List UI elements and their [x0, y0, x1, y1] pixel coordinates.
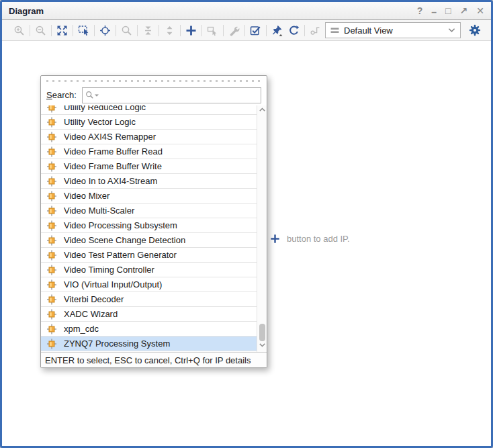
- pin-button[interactable]: [269, 22, 285, 38]
- popup-statusbar: ENTER to select, ESC to cancel, Ctrl+Q f…: [41, 352, 267, 367]
- chevron-down-icon: [448, 28, 455, 33]
- ip-list-item[interactable]: Video Scene Change Detection: [41, 233, 257, 248]
- window-title: Diagram: [9, 6, 44, 16]
- ip-list-item[interactable]: XADC Wizard: [41, 307, 257, 322]
- ip-list-item[interactable]: ZYNQ7 Processing System: [41, 337, 257, 351]
- toolbar-icons: [11, 22, 324, 38]
- ip-list-item-label: XADC Wizard: [64, 309, 118, 319]
- ip-list-item[interactable]: Video Multi-Scaler: [41, 204, 257, 218]
- ip-list-item[interactable]: Utility Reduced Logic: [41, 105, 257, 115]
- ip-list-item-label: Video Mixer: [64, 191, 109, 201]
- ip-list-item[interactable]: Video Test Pattern Generator: [41, 248, 257, 263]
- help-button[interactable]: ?: [417, 6, 423, 15]
- search-icon: [121, 25, 132, 36]
- toolbar-separator: [201, 25, 202, 36]
- zoom-in-button: [11, 22, 28, 38]
- regenerate-layout-button[interactable]: [285, 22, 302, 38]
- zoom-to-selection-button[interactable]: [75, 22, 92, 38]
- ip-list-item[interactable]: Video Mixer: [41, 189, 257, 204]
- maximize-button[interactable]: □: [445, 6, 451, 15]
- search-options-caret-icon[interactable]: [95, 94, 99, 97]
- regenerate-layout-icon: [288, 25, 300, 36]
- minimize-button[interactable]: –: [431, 7, 437, 17]
- search-icon: [85, 91, 94, 99]
- validate-design-icon: [250, 25, 261, 36]
- autofit-selection-button[interactable]: [97, 22, 114, 38]
- ip-list-item-label: Video Timing Controller: [64, 265, 154, 275]
- toolbar-separator: [244, 25, 245, 36]
- titlebar[interactable]: Diagram ?–□↗✕: [2, 2, 491, 20]
- ip-list: Utility Reduced Logic Utility Vector Log…: [41, 105, 267, 352]
- close-button[interactable]: ✕: [476, 6, 484, 15]
- scrollbar[interactable]: [257, 105, 267, 352]
- toolbar-separator: [266, 25, 267, 36]
- ip-list-item[interactable]: Video Frame Buffer Write: [41, 159, 257, 174]
- search-input[interactable]: [83, 88, 261, 103]
- ip-list-item-label: xpm_cdc: [64, 324, 99, 334]
- ip-list-item-label: Utility Reduced Logic: [64, 105, 146, 112]
- ip-list-item-label: Video Frame Buffer Write: [64, 161, 162, 171]
- collapse-hierarchy-button: [140, 22, 156, 38]
- zoom-to-selection-icon: [78, 25, 89, 36]
- zoom-fit-icon: [56, 25, 68, 36]
- zoom-fit-button[interactable]: [54, 22, 71, 38]
- ip-list-item-label: Video Frame Buffer Read: [64, 146, 163, 156]
- ip-list-item[interactable]: Utility Vector Logic: [41, 115, 257, 130]
- ip-list-item[interactable]: xpm_cdc: [41, 322, 257, 337]
- ip-list-item-label: Video Test Pattern Generator: [64, 250, 177, 260]
- zoom-out-button: [32, 22, 49, 38]
- settings-gear-button[interactable]: [467, 22, 483, 38]
- ip-list-item[interactable]: VIO (Virtual Input/Output): [41, 277, 257, 292]
- view-selector-dropdown[interactable]: Default View: [325, 22, 461, 38]
- add-ip-popup: Search: Utility Reduced Logic Utility Ve…: [40, 75, 267, 368]
- ip-list-item-label: Utility Vector Logic: [64, 117, 136, 127]
- popup-drag-handle[interactable]: [46, 77, 261, 85]
- toolbar-separator: [137, 25, 138, 36]
- add-ip-button[interactable]: [183, 22, 199, 38]
- ip-list-item[interactable]: Video AXI4S Remapper: [41, 130, 257, 144]
- ip-icon: [46, 132, 57, 142]
- toolbar-separator: [30, 25, 30, 36]
- ip-icon: [46, 250, 57, 261]
- ip-list-item[interactable]: Video Frame Buffer Read: [41, 144, 257, 159]
- add-ip-icon: [185, 25, 197, 36]
- scrollbar-thumb[interactable]: [259, 324, 265, 341]
- ip-icon: [46, 146, 57, 157]
- ip-list-item[interactable]: Video In to AXI4-Stream: [41, 174, 257, 189]
- gear-icon: [469, 24, 481, 36]
- ip-icon: [46, 161, 57, 172]
- scrollbar-up-icon[interactable]: [258, 107, 267, 115]
- ip-list-item-label: Video Processing Subsystem: [64, 220, 177, 230]
- ip-list-item[interactable]: Video Timing Controller: [41, 263, 257, 277]
- ip-icon: [46, 265, 57, 275]
- make-external-button: [204, 22, 221, 38]
- view-selector-value: Default View: [344, 26, 443, 36]
- toolbar-separator: [73, 25, 73, 36]
- ip-list-item-label: Video AXI4S Remapper: [64, 132, 156, 142]
- ip-icon: [46, 191, 57, 201]
- float-button[interactable]: ↗: [460, 6, 468, 15]
- ip-list-item[interactable]: Viterbi Decoder: [41, 292, 257, 307]
- ip-icon: [46, 324, 57, 334]
- toolbar-separator: [223, 25, 224, 36]
- ip-icon: [46, 220, 57, 231]
- plus-icon: [270, 234, 280, 244]
- scrollbar-down-icon[interactable]: [258, 343, 267, 351]
- search-box: [82, 87, 261, 103]
- collapse-hierarchy-icon: [142, 25, 154, 36]
- ip-list-item-label: VIO (Virtual Input/Output): [64, 279, 162, 289]
- validate-design-button[interactable]: [247, 22, 264, 38]
- ip-icon: [46, 294, 57, 305]
- expand-hierarchy-button: [161, 22, 178, 38]
- zoom-out-icon: [35, 25, 46, 36]
- ip-icon: [46, 176, 57, 187]
- ip-list-item[interactable]: Video Processing Subsystem: [41, 218, 257, 233]
- ip-list-item-label: Video Multi-Scaler: [64, 206, 134, 216]
- ip-icon: [46, 117, 57, 128]
- diagram-canvas[interactable]: button to add IP. Search: Utility Reduce…: [2, 41, 491, 446]
- pin-icon: [271, 25, 283, 36]
- search-label: Search:: [46, 90, 77, 100]
- interface-properties-button: [307, 22, 324, 38]
- search-row: Search:: [41, 85, 267, 105]
- ip-icon: [46, 339, 57, 349]
